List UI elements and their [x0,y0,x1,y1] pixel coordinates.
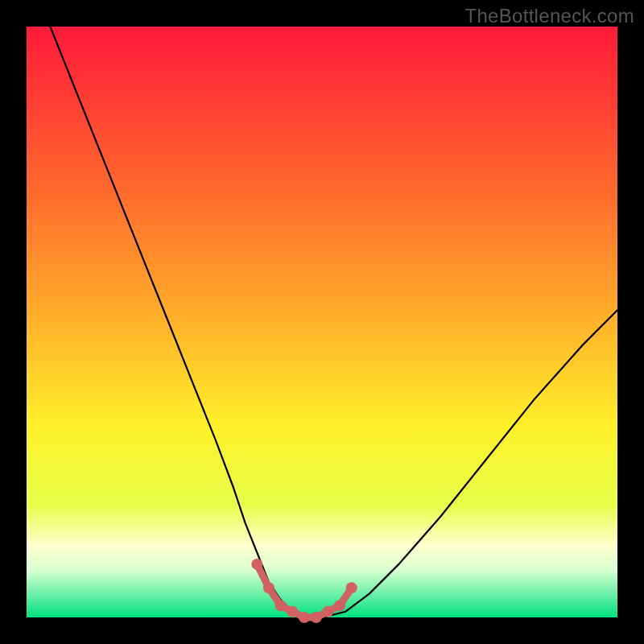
marker-dot [299,612,310,623]
marker-dot [275,600,287,611]
marker-dot [311,612,322,623]
plot-area [27,27,617,617]
marker-dot [287,606,298,617]
curve-path [50,27,617,617]
watermark-text: TheBottleneck.com [464,5,634,27]
marker-dot [251,559,262,570]
marker-dot [322,606,333,617]
marker-dot [346,582,357,593]
chart-frame: TheBottleneck.com [0,0,644,644]
marker-dot [334,600,345,611]
bottleneck-chart [27,27,617,617]
marker-dot [263,582,275,593]
